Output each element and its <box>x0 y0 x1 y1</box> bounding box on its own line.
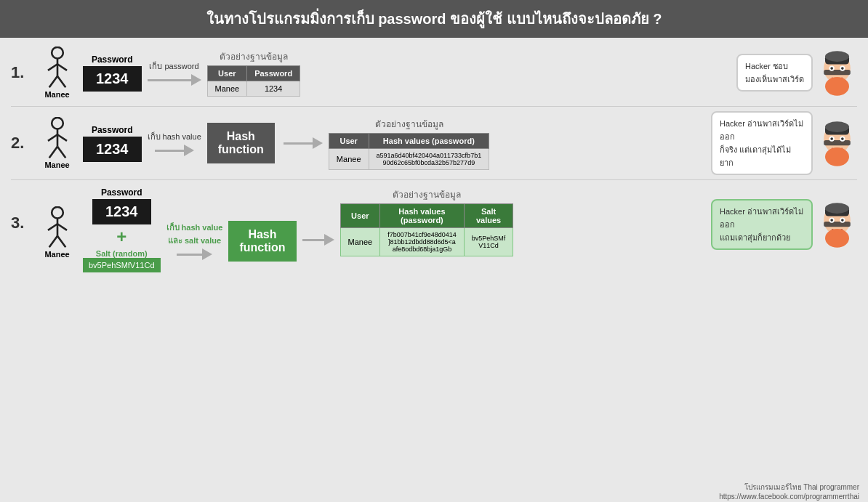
db-header-2-1: Hash values (password) <box>369 133 489 148</box>
svg-point-44 <box>825 229 849 248</box>
arrow-text-3: เก็บ hash value และ salt value <box>166 221 223 247</box>
svg-point-42 <box>830 219 833 222</box>
person-2-label: Manee <box>44 161 69 169</box>
stick-figure-svg-1 <box>39 46 76 94</box>
arrow-line-1 <box>148 79 191 81</box>
db-header-3-2: Saltvalues <box>464 204 513 228</box>
hacker-icon-3 <box>817 201 857 248</box>
svg-line-33 <box>57 224 67 230</box>
hacker-icon-2 <box>817 120 857 167</box>
svg-line-4 <box>49 76 57 88</box>
hacker-bubble-3: Hacker อ่านพาสเวิร์ดไม่ออก แถมเดาสุ่มก็ย… <box>711 199 813 250</box>
db-section-1: ตัวอย่างฐานข้อมูล User Password Manee 12… <box>207 49 301 97</box>
svg-rect-9 <box>824 69 851 74</box>
svg-point-38 <box>825 203 849 214</box>
svg-point-15 <box>52 118 63 129</box>
svg-line-34 <box>49 236 57 248</box>
hacker-icon-1 <box>817 49 857 97</box>
row-3: 3. Manee Password 1234 + Salt (random) b… <box>11 179 857 281</box>
hash-box-3: Hash function <box>228 221 296 262</box>
arrow-line-2 <box>155 150 184 152</box>
hacker-section-1: Hacker ชอบ มองเห็นพาสเวิร์ด <box>736 49 857 97</box>
svg-point-12 <box>830 67 833 70</box>
svg-line-32 <box>48 224 57 230</box>
svg-line-19 <box>49 147 57 158</box>
db-label-3: ตัวอย่างฐานข้อมูล <box>393 187 461 201</box>
footer-line2: https://www.facebook.com/programmerrthai <box>719 493 859 501</box>
hacker-section-2: Hacker อ่านพาสเวิร์ดไม่ออก ก็จริง แต่เดา… <box>711 111 857 175</box>
svg-line-5 <box>57 76 65 88</box>
svg-line-18 <box>57 134 67 141</box>
arrow-head-2b <box>313 137 323 149</box>
db-header-3-1: Hash values(password) <box>380 204 465 228</box>
db-header-3-0: User <box>340 204 380 228</box>
salt-value-box-3: bv5PehSMfV11Cd <box>83 258 161 272</box>
svg-point-13 <box>841 67 844 70</box>
arrow-head-3 <box>202 248 212 260</box>
row-1: 1. Manee Password 1234 เก็บ password <box>11 44 857 102</box>
svg-point-0 <box>52 47 63 59</box>
arrow-text-2: เก็บ hash value <box>148 130 201 143</box>
svg-line-35 <box>57 236 65 248</box>
arrow-line-3b <box>302 239 324 241</box>
db-cell-2-1: a591a6d40bf420404a011733cfb7b1 90d62c65b… <box>369 148 489 169</box>
arrow-head-3b <box>324 234 334 246</box>
row-2-number: 2. <box>11 134 31 153</box>
arrow-2: เก็บ hash value <box>148 130 201 156</box>
person-2: Manee <box>37 117 77 169</box>
salt-section-3: Salt (random) bv5PehSMfV11Cd <box>83 249 161 272</box>
password-section-2: Password 1234 <box>83 125 142 162</box>
db-cell-2-0: Manee <box>329 148 369 169</box>
svg-point-29 <box>825 147 849 166</box>
salt-label-3: Salt (random) <box>96 249 148 258</box>
hash-box-2: Hash function <box>207 123 275 163</box>
password-box-1: 1234 <box>83 66 142 92</box>
svg-line-20 <box>57 147 65 158</box>
svg-point-27 <box>830 137 833 140</box>
db-cell-3-0: Manee <box>340 228 380 256</box>
svg-point-28 <box>841 137 844 140</box>
main-title: ในทางโปรแกรมมิ่งการเก็บ password ของผู้ใ… <box>206 11 662 27</box>
db-label-2: ตัวอย่างฐานข้อมูล <box>375 117 443 131</box>
db-label-1: ตัวอย่างฐานข้อมูล <box>220 49 288 63</box>
arrow-2b <box>284 137 323 149</box>
password-section-3: Password 1234 <box>92 187 151 224</box>
arrow-shape-2b <box>284 137 323 149</box>
db-cell-1-0: Manee <box>207 81 247 96</box>
svg-rect-24 <box>824 139 851 145</box>
arrow-shape-2 <box>155 145 194 156</box>
stick-figure-svg-3 <box>39 206 76 254</box>
db-cell-1-1: 1234 <box>247 81 300 96</box>
db-header-2-0: User <box>329 133 369 148</box>
svg-rect-39 <box>824 221 851 226</box>
person-3-label: Manee <box>44 250 69 259</box>
plus-sign-3: + <box>116 227 126 247</box>
arrow-3b <box>302 234 334 246</box>
arrow-line-3 <box>177 254 202 256</box>
arrow-text-1: เก็บ password <box>149 60 198 73</box>
svg-point-14 <box>825 77 849 96</box>
svg-point-8 <box>825 51 849 62</box>
db-table-2: User Hash values (password) Manee a591a6… <box>329 133 489 170</box>
footer-line1: โปรแกรมเมอร์ไทย Thai programmer <box>719 482 859 493</box>
db-header-1-1: Password <box>247 65 300 81</box>
row-3-number: 3. <box>11 214 31 232</box>
password-box-3: 1234 <box>92 199 151 224</box>
svg-point-30 <box>52 207 63 219</box>
arrow-head-2 <box>184 145 194 156</box>
arrow-shape-3b <box>302 234 334 246</box>
svg-line-3 <box>57 64 67 70</box>
arrow-head-1 <box>191 74 201 86</box>
svg-line-17 <box>48 134 57 141</box>
arrow-shape-1 <box>148 74 201 86</box>
arrow-1: เก็บ password <box>148 60 201 86</box>
password-label-3: Password <box>101 187 142 198</box>
password-section-1: Password 1234 <box>83 54 142 92</box>
db-header-1-0: User <box>207 65 247 81</box>
hacker-section-3: Hacker อ่านพาสเวิร์ดไม่ออก แถมเดาสุ่มก็ย… <box>711 199 857 250</box>
db-table-3: User Hash values(password) Saltvalues Ma… <box>340 203 514 256</box>
title-bar: ในทางโปรแกรมมิ่งการเก็บ password ของผู้ใ… <box>0 0 868 38</box>
hacker-bubble-2: Hacker อ่านพาสเวิร์ดไม่ออก ก็จริง แต่เดา… <box>711 111 813 175</box>
db-cell-3-1: f7b007b41cf9e48d0414 ]81bb12dbdd88d6d5<a… <box>380 228 465 256</box>
person-3: Manee <box>37 206 77 259</box>
